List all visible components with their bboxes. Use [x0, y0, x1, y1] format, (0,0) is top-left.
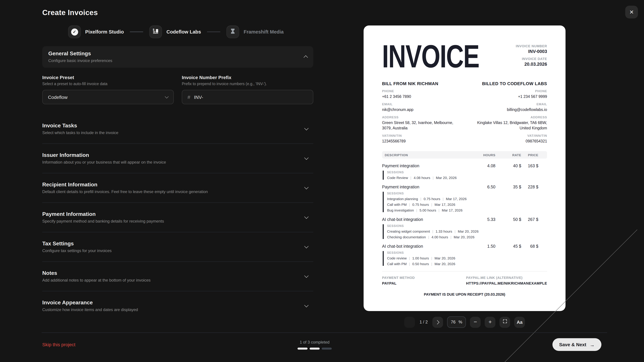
paypal-link-value: HTTPS://PAYPAL.ME/NIKRICHMANEXAMPLE	[466, 281, 547, 285]
section-description: Customize how invoice items and dates ar…	[42, 307, 138, 312]
section-description: Add additional notes to appear at the bo…	[42, 278, 150, 283]
session-line: Checking documentation|4.00 hours|Mar 20…	[387, 235, 547, 239]
section-title: Invoice Appearance	[42, 300, 138, 306]
item-price: 68 $	[521, 244, 547, 249]
session-line: Integration planning|0.75 hours|Mar 17, …	[387, 197, 547, 201]
address-value: Kinglake Villas 12, Bridgwater, TA6 6BW,…	[470, 120, 547, 131]
page-title: Create Invoices	[42, 8, 313, 17]
table-row: Payment integration 4.08 40 $ 163 $ SESS…	[382, 164, 547, 180]
check-icon: ✓	[71, 28, 78, 35]
percent-sign: %	[458, 320, 462, 325]
step-pixelform-studio[interactable]: ✓ Pixelform Studio	[68, 25, 124, 38]
section-issuer-information[interactable]: Issuer Information Information about you…	[42, 144, 313, 173]
skip-project-link[interactable]: Skip this project	[42, 342, 76, 347]
zoom-level-input[interactable]: 76 %	[447, 317, 466, 328]
minus-icon: −	[474, 319, 477, 326]
billed-to-heading: BILLED TO CODEFLOW LABS	[470, 81, 547, 86]
field-label: Invoice Number Prefix	[182, 75, 313, 80]
zoom-value: 76	[451, 320, 456, 325]
sessions-block: SESSIONS Code review|1.00 hours|Mar 20, …	[383, 251, 547, 266]
step-icon-box: $	[149, 25, 162, 38]
section-invoice-tasks[interactable]: Invoice Tasks Select which tasks to incl…	[42, 114, 313, 144]
chevron-down-icon	[304, 303, 308, 307]
phone-label: PHONE	[382, 89, 460, 93]
session-line: Code review|1.00 hours|Mar 20, 2026	[387, 256, 547, 260]
address-label: ADDRESS	[470, 115, 547, 119]
invoice-title: INVOICE	[382, 40, 479, 72]
session-line: Call with PM|0.75 hours|Mar 17, 2026	[387, 203, 547, 207]
step-label: Codeflow Labs	[166, 29, 201, 34]
text-size-button[interactable]: Aa	[514, 317, 525, 328]
page-indicator: 1 / 2	[420, 320, 428, 325]
col-hours: HOURS	[470, 153, 496, 157]
bill-from-heading: BILL FROM NIK RICHMAN	[382, 81, 460, 86]
plus-icon: +	[488, 319, 492, 326]
close-icon: ×	[630, 8, 634, 16]
fullscreen-icon	[502, 319, 507, 326]
project-stepper: ✓ Pixelform Studio $	[42, 25, 313, 38]
zoom-out-button[interactable]: −	[470, 317, 481, 328]
invoice-date-label: INVOICE DATE	[516, 57, 547, 61]
invoice-header: INVOICE INVOICE NUMBER INV-0003 INVOICE …	[382, 40, 547, 72]
fullscreen-button[interactable]	[500, 317, 510, 328]
item-rate: 45 $	[496, 244, 521, 249]
item-description: Payment integration	[382, 164, 470, 168]
table-row: AI chat-bot integration 1.50 45 $ 68 $ S…	[382, 244, 547, 266]
chevron-down-icon	[304, 156, 308, 160]
prev-page-button[interactable]	[404, 317, 415, 328]
section-title: Tax Settings	[42, 241, 112, 247]
field-label: Invoice Preset	[42, 75, 174, 80]
section-payment-information[interactable]: Payment Information Specify payment meth…	[42, 203, 313, 232]
hash-icon: #	[188, 94, 190, 100]
invoice-preset-select[interactable]: Codeflow	[42, 90, 174, 104]
address-label: ADDRESS	[382, 115, 460, 119]
table-row: AI chat-bot integration 5.33 50 $ 267 $ …	[382, 217, 547, 239]
vat-value: 0987654321	[470, 139, 547, 144]
table-row: Payment integration 6.50 35 $ 228 $ SESS…	[382, 185, 547, 212]
session-line: Call with PM|0.50 hours|Mar 20, 2026	[387, 262, 547, 266]
step-codeflow-labs[interactable]: $ Codeflow Labs	[149, 25, 201, 38]
chevron-down-icon	[304, 126, 308, 130]
stepper-connector	[130, 31, 143, 32]
section-notes[interactable]: Notes Add additional notes to appear at …	[42, 262, 313, 291]
item-rate: 40 $	[496, 164, 521, 168]
invoice-preset-field: Invoice Preset Select a preset to auto-f…	[42, 75, 174, 104]
close-button[interactable]: ×	[625, 6, 638, 18]
vat-value: 12345566789	[382, 139, 460, 144]
footer-divider	[42, 333, 607, 333]
progress-label: 1 of 3 completed	[292, 340, 337, 345]
step-label: Pixelform Studio	[85, 29, 124, 34]
next-page-button[interactable]	[432, 317, 443, 328]
progress-segment	[310, 348, 320, 350]
invoice-items-table: DESCRIPTION HOURS RATE PRICE Payment int…	[382, 151, 547, 266]
section-general-settings-header[interactable]: General Settings Configure basic invoice…	[42, 46, 313, 68]
session-line: Creating widget component|1.33 hours|Mar…	[387, 229, 547, 233]
sessions-block: SESSIONS Creating widget component|1.33 …	[383, 224, 547, 239]
section-description: Default client details to prefill invoic…	[42, 189, 208, 194]
billed-to-block: BILLED TO CODEFLOW LABS PHONE +1 234 567…	[470, 81, 547, 144]
sessions-label: SESSIONS	[387, 171, 547, 174]
section-recipient-information[interactable]: Recipient Information Default client det…	[42, 173, 313, 203]
save-next-button[interactable]: Save & Next →	[552, 338, 602, 351]
step-icon-box: ✓	[68, 25, 81, 38]
progress-segment	[298, 348, 308, 350]
invoice-meta: INVOICE NUMBER INV-0003 INVOICE DATE 20.…	[516, 44, 547, 70]
zoom-in-button[interactable]: +	[485, 317, 496, 328]
step-frameshift-media[interactable]: Frameshift Media	[226, 25, 284, 38]
create-invoices-dialog: × Create Invoices ✓ Pixelform Studio $	[0, 0, 644, 362]
section-invoice-appearance[interactable]: Invoice Appearance Customize how invoice…	[42, 291, 313, 321]
progress-segment	[322, 348, 332, 350]
vat-label: VAT/INN/TIN	[382, 134, 460, 138]
col-rate: RATE	[496, 153, 521, 157]
item-hours: 5.33	[470, 217, 496, 222]
chevron-down-icon	[304, 244, 308, 248]
invoice-prefix-input[interactable]: # INV-	[182, 90, 313, 104]
payment-due-note: PAYMENT IS DUE UPON RECEIPT (20.03.2026)	[382, 292, 547, 296]
chevron-up-icon	[304, 55, 308, 59]
paypal-link-label: PAYPAL.ME LINK (ALTERNATIVE)	[466, 276, 547, 280]
section-tax-settings[interactable]: Tax Settings Configure tax settings for …	[42, 232, 313, 262]
section-description: Configure tax settings for your invoices	[42, 248, 112, 253]
email-value: nik@chronum.app	[382, 107, 460, 112]
item-description: AI chat-bot integration	[382, 217, 470, 222]
col-description: DESCRIPTION	[382, 153, 470, 157]
